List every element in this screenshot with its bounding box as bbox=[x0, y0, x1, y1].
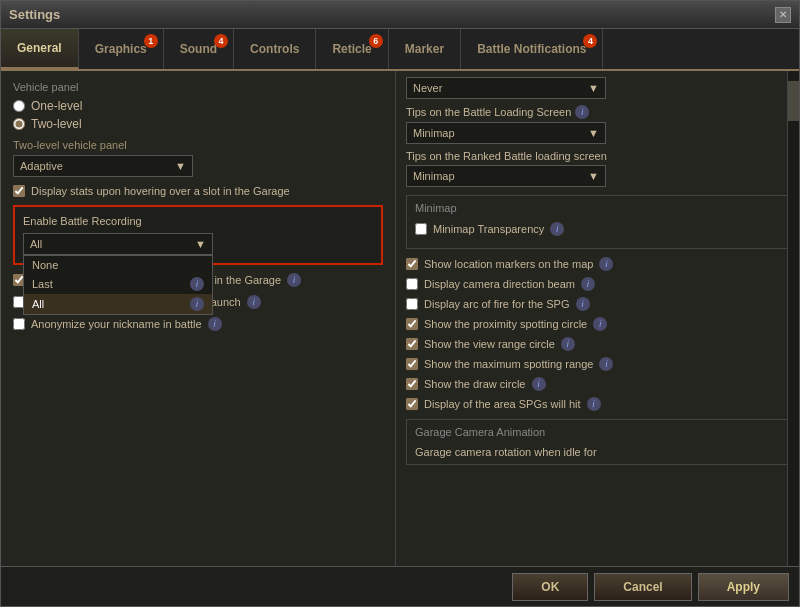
adaptive-dropdown-row: Adaptive ▼ bbox=[13, 155, 383, 177]
proximity-spotting-row: Show the proximity spotting circle i bbox=[406, 317, 789, 331]
camera-direction-row: Display camera direction beam i bbox=[406, 277, 789, 291]
radio-label-one-level: One-level bbox=[31, 99, 82, 113]
proximity-spotting-info-icon[interactable]: i bbox=[593, 317, 607, 331]
display-vehicles-info-icon[interactable]: i bbox=[287, 273, 301, 287]
area-spgs-row: Display of the area SPGs will hit i bbox=[406, 397, 789, 411]
display-stats-checkbox[interactable] bbox=[13, 185, 25, 197]
view-range-row: Show the view range circle i bbox=[406, 337, 789, 351]
dropdown-item-last[interactable]: Last i bbox=[24, 274, 212, 294]
location-markers-info-icon[interactable]: i bbox=[599, 257, 613, 271]
tab-badge-sound: 4 bbox=[214, 34, 228, 48]
minimap-section: Minimap Minimap Transparency i bbox=[406, 195, 789, 249]
tips-ranked-dropdown[interactable]: Minimap ▼ bbox=[406, 165, 606, 187]
tips-ranked-dropdown-arrow: ▼ bbox=[588, 170, 599, 182]
tips-loading-dropdown-arrow: ▼ bbox=[588, 127, 599, 139]
window-title: Settings bbox=[9, 7, 60, 22]
display-server-info-icon[interactable]: i bbox=[247, 295, 261, 309]
tips-loading-label: Tips on the Battle Loading Screen bbox=[406, 106, 571, 118]
area-spgs-checkbox[interactable] bbox=[406, 398, 418, 410]
proximity-spotting-checkbox[interactable] bbox=[406, 318, 418, 330]
battle-recording-selected: All bbox=[30, 238, 42, 250]
never-dropdown-row: Never ▼ bbox=[406, 77, 789, 99]
garage-rotation-label: Garage camera rotation when idle for bbox=[415, 446, 780, 458]
tab-general[interactable]: General bbox=[1, 29, 79, 69]
anonymize-checkbox[interactable] bbox=[13, 318, 25, 330]
title-bar: Settings ✕ bbox=[1, 1, 799, 29]
last-info-icon[interactable]: i bbox=[190, 277, 204, 291]
tips-ranked-dropdown-row: Minimap ▼ bbox=[406, 165, 789, 187]
battle-recording-dropdown-trigger[interactable]: All ▼ bbox=[23, 233, 213, 255]
adaptive-dropdown[interactable]: Adaptive ▼ bbox=[13, 155, 193, 177]
radio-one-level[interactable] bbox=[13, 100, 25, 112]
tab-bar: General Graphics 1 Sound 4 Controls Reti… bbox=[1, 29, 799, 71]
left-panel: Vehicle panel One-level Two-level Two-le… bbox=[1, 71, 396, 566]
max-spotting-info-icon[interactable]: i bbox=[599, 357, 613, 371]
minimap-transparency-info-icon[interactable]: i bbox=[550, 222, 564, 236]
draw-circle-label: Show the draw circle bbox=[424, 378, 526, 390]
max-spotting-checkbox[interactable] bbox=[406, 358, 418, 370]
radio-two-level[interactable] bbox=[13, 118, 25, 130]
area-spgs-info-icon[interactable]: i bbox=[587, 397, 601, 411]
anonymize-label: Anonymize your nickname in battle bbox=[31, 318, 202, 330]
dropdown-item-none[interactable]: None bbox=[24, 256, 212, 274]
tab-controls[interactable]: Controls bbox=[234, 29, 316, 69]
display-stats-label: Display stats upon hovering over a slot … bbox=[31, 185, 290, 197]
never-dropdown-arrow-icon: ▼ bbox=[588, 82, 599, 94]
minimap-transparency-row: Minimap Transparency i bbox=[415, 222, 780, 236]
radio-group-vehicle: One-level Two-level bbox=[13, 99, 383, 131]
tab-graphics[interactable]: Graphics 1 bbox=[79, 29, 164, 69]
tab-battle-notifications[interactable]: Battle Notifications 4 bbox=[461, 29, 603, 69]
battle-recording-section: Enable Battle Recording All ▼ None Last … bbox=[13, 205, 383, 265]
never-dropdown[interactable]: Never ▼ bbox=[406, 77, 606, 99]
display-stats-row: Display stats upon hovering over a slot … bbox=[13, 185, 383, 197]
tab-badge-graphics: 1 bbox=[144, 34, 158, 48]
garage-section-title: Garage Camera Animation bbox=[415, 426, 780, 438]
scrollbar-thumb[interactable] bbox=[788, 81, 799, 121]
radio-item-two-level: Two-level bbox=[13, 117, 383, 131]
draw-circle-info-icon[interactable]: i bbox=[532, 377, 546, 391]
garage-section: Garage Camera Animation Garage camera ro… bbox=[406, 419, 789, 465]
close-button[interactable]: ✕ bbox=[775, 7, 791, 23]
view-range-checkbox[interactable] bbox=[406, 338, 418, 350]
ok-button[interactable]: OK bbox=[512, 573, 588, 601]
arc-of-fire-checkbox[interactable] bbox=[406, 298, 418, 310]
tab-badge-battle-notifications: 4 bbox=[583, 34, 597, 48]
location-markers-checkbox[interactable] bbox=[406, 258, 418, 270]
arc-of-fire-row: Display arc of fire for the SPG i bbox=[406, 297, 789, 311]
tips-ranked-label: Tips on the Ranked Battle loading screen bbox=[406, 150, 789, 162]
max-spotting-row: Show the maximum spotting range i bbox=[406, 357, 789, 371]
dropdown-item-all[interactable]: All i bbox=[24, 294, 212, 314]
all-info-icon[interactable]: i bbox=[190, 297, 204, 311]
draw-circle-checkbox[interactable] bbox=[406, 378, 418, 390]
view-range-info-icon[interactable]: i bbox=[561, 337, 575, 351]
tips-loading-info-icon[interactable]: i bbox=[575, 105, 589, 119]
dropdown-arrow-icon: ▼ bbox=[175, 160, 186, 172]
tab-sound[interactable]: Sound 4 bbox=[164, 29, 234, 69]
arc-of-fire-label: Display arc of fire for the SPG bbox=[424, 298, 570, 310]
tab-marker[interactable]: Marker bbox=[389, 29, 461, 69]
area-spgs-label: Display of the area SPGs will hit bbox=[424, 398, 581, 410]
location-markers-row: Show location markers on the map i bbox=[406, 257, 789, 271]
map-checkboxes: Show location markers on the map i Displ… bbox=[406, 257, 789, 411]
minimap-section-title: Minimap bbox=[415, 202, 780, 214]
radio-label-two-level: Two-level bbox=[31, 117, 82, 131]
camera-direction-checkbox[interactable] bbox=[406, 278, 418, 290]
tips-loading-dropdown[interactable]: Minimap ▼ bbox=[406, 122, 606, 144]
arc-of-fire-info-icon[interactable]: i bbox=[576, 297, 590, 311]
location-markers-label: Show location markers on the map bbox=[424, 258, 593, 270]
anonymize-info-icon[interactable]: i bbox=[208, 317, 222, 331]
tips-loading-dropdown-row: Minimap ▼ bbox=[406, 122, 789, 144]
camera-direction-info-icon[interactable]: i bbox=[581, 277, 595, 291]
anonymize-row: Anonymize your nickname in battle i bbox=[13, 317, 383, 331]
minimap-transparency-checkbox[interactable] bbox=[415, 223, 427, 235]
cancel-button[interactable]: Cancel bbox=[594, 573, 691, 601]
apply-button[interactable]: Apply bbox=[698, 573, 789, 601]
radio-item-one-level: One-level bbox=[13, 99, 383, 113]
two-level-panel-label: Two-level vehicle panel bbox=[13, 139, 383, 151]
vehicle-panel-label: Vehicle panel bbox=[13, 81, 383, 93]
minimap-transparency-label: Minimap Transparency bbox=[433, 223, 544, 235]
view-range-label: Show the view range circle bbox=[424, 338, 555, 350]
battle-recording-dropdown-wrapper: All ▼ None Last i All i bbox=[23, 233, 213, 255]
tab-reticle[interactable]: Reticle 6 bbox=[316, 29, 388, 69]
battle-recording-dropdown-list: None Last i All i bbox=[23, 255, 213, 315]
